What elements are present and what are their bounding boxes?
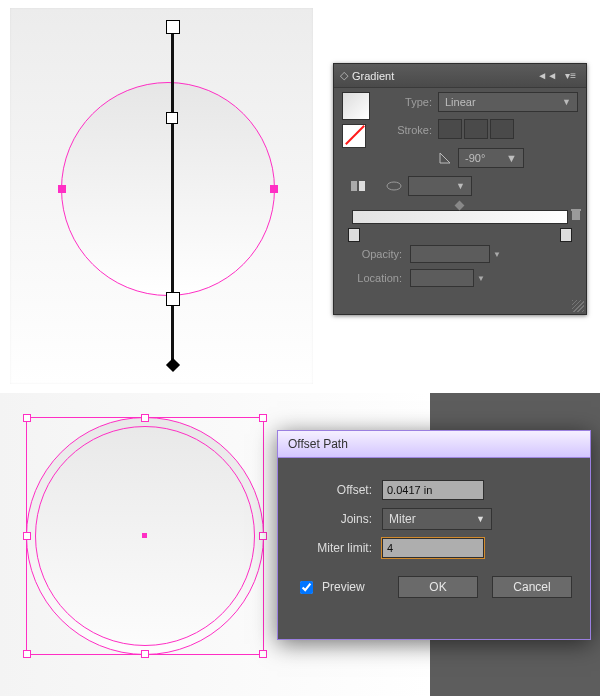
stroke-align-group — [438, 119, 516, 141]
svg-rect-1 — [359, 181, 365, 191]
preview-label: Preview — [322, 580, 365, 594]
preview-checkbox-input[interactable] — [300, 581, 313, 594]
gradient-annotator[interactable] — [168, 22, 178, 368]
selection-center[interactable] — [142, 533, 147, 538]
handle-t[interactable] — [141, 414, 149, 422]
chevron-down-icon: ▼ — [476, 514, 485, 524]
miter-limit-input[interactable] — [382, 538, 484, 558]
handle-r[interactable] — [259, 532, 267, 540]
opacity-label: Opacity: — [342, 248, 402, 260]
stroke-along-button[interactable] — [464, 119, 488, 139]
offset-input[interactable] — [382, 480, 484, 500]
location-field[interactable] — [410, 269, 474, 287]
type-label: Type: — [386, 96, 432, 108]
color-stop-right[interactable] — [560, 228, 572, 242]
midpoint-diamond[interactable] — [454, 201, 464, 211]
reverse-gradient-icon[interactable] — [350, 179, 368, 193]
handle-b[interactable] — [141, 650, 149, 658]
joins-value: Miter — [389, 512, 416, 526]
no-fill-swatch[interactable] — [342, 124, 366, 148]
handle-l[interactable] — [23, 532, 31, 540]
chevron-down-icon: ▼ — [493, 250, 501, 259]
gradient-panel: ◇ Gradient ◄◄ ▾≡ Type: Linear ▼ Stroke: — [333, 63, 587, 315]
color-stop-left[interactable] — [348, 228, 360, 242]
type-value: Linear — [445, 96, 476, 108]
chevron-down-icon: ▼ — [477, 274, 485, 283]
miter-limit-label: Miter limit: — [296, 541, 372, 555]
chevron-down-icon: ▼ — [562, 97, 571, 107]
joins-select[interactable]: Miter ▼ — [382, 508, 492, 530]
ok-button[interactable]: OK — [398, 576, 478, 598]
angle-value: -90° — [465, 152, 485, 164]
offset-path-dialog: Offset Path Offset: Joins: Miter ▼ Miter… — [277, 430, 591, 640]
svg-rect-0 — [351, 181, 357, 191]
gradient-slider[interactable] — [352, 210, 568, 238]
offset-label: Offset: — [296, 483, 372, 497]
anchor-right[interactable] — [270, 185, 278, 193]
handle-br[interactable] — [259, 650, 267, 658]
handle-tl[interactable] — [23, 414, 31, 422]
gradient-origin-diamond[interactable] — [166, 358, 180, 372]
selection-bounding-box[interactable] — [26, 417, 264, 655]
anchor-left[interactable] — [58, 185, 66, 193]
artboard-top — [10, 8, 313, 384]
joins-label: Joins: — [296, 512, 372, 526]
location-label: Location: — [342, 272, 402, 284]
panel-collapse-icon[interactable]: ◄◄ — [533, 70, 561, 81]
dialog-titlebar[interactable]: Offset Path — [278, 431, 590, 458]
stroke-label: Stroke: — [386, 124, 432, 136]
gradient-ramp[interactable] — [352, 210, 568, 224]
aspect-field[interactable]: ▼ — [408, 176, 472, 196]
handle-tr[interactable] — [259, 414, 267, 422]
chevron-down-icon: ▼ — [456, 181, 465, 191]
panel-header[interactable]: ◇ Gradient ◄◄ ▾≡ — [334, 64, 586, 88]
svg-point-2 — [387, 182, 401, 190]
aspect-ratio-icon — [386, 180, 402, 192]
angle-icon — [438, 151, 452, 165]
stroke-within-button[interactable] — [438, 119, 462, 139]
handle-bl[interactable] — [23, 650, 31, 658]
panel-resize-handle[interactable] — [572, 300, 584, 312]
cancel-button[interactable]: Cancel — [492, 576, 572, 598]
preview-checkbox[interactable]: Preview — [296, 578, 365, 597]
gradient-swatch[interactable] — [342, 92, 370, 120]
trash-icon[interactable] — [570, 208, 582, 222]
panel-tab-icon: ◇ — [340, 69, 348, 82]
stroke-across-button[interactable] — [490, 119, 514, 139]
chevron-down-icon: ▼ — [506, 152, 517, 164]
type-select[interactable]: Linear ▼ — [438, 92, 578, 112]
panel-menu-icon[interactable]: ▾≡ — [561, 70, 580, 81]
angle-field[interactable]: -90° ▼ — [458, 148, 524, 168]
gradient-bar — [171, 22, 174, 368]
gradient-start-stop[interactable] — [166, 292, 180, 306]
dialog-title: Offset Path — [288, 437, 348, 451]
panel-title: Gradient — [352, 70, 394, 82]
gradient-mid-handle[interactable] — [166, 112, 178, 124]
opacity-field[interactable] — [410, 245, 490, 263]
gradient-end-stop[interactable] — [166, 20, 180, 34]
